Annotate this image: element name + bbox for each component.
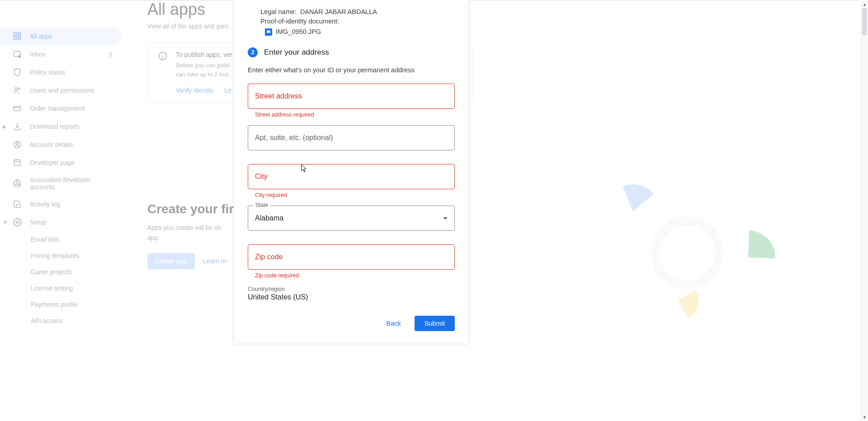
step-header: 2 Enter your address bbox=[248, 47, 455, 57]
scroll-down-arrow-icon[interactable]: ▼ bbox=[861, 414, 868, 421]
vertical-scrollbar[interactable]: ▲ ▼ bbox=[861, 1, 868, 421]
step-description: Enter either what's on your ID or your p… bbox=[248, 66, 455, 74]
city-input[interactable]: City bbox=[248, 164, 455, 189]
zip-group: Zip code Zip code required bbox=[248, 244, 455, 279]
country-label: Country/region bbox=[248, 286, 455, 292]
back-button[interactable]: Back bbox=[378, 316, 409, 331]
street-address-label: Street address bbox=[255, 92, 302, 100]
dropdown-caret-icon bbox=[443, 217, 448, 220]
state-group: State Alabama bbox=[248, 206, 455, 231]
state-value: Alabama bbox=[255, 214, 283, 222]
country-value: United States (US) bbox=[248, 293, 455, 301]
zip-error: Zip code required bbox=[248, 270, 455, 279]
scroll-thumb[interactable] bbox=[862, 8, 867, 35]
city-group: City City required bbox=[248, 164, 455, 198]
step-number-badge: 2 bbox=[248, 47, 258, 57]
address-modal: Legal name: DANAR JABAR ABDALLA Proof-of… bbox=[234, 0, 469, 343]
proof-file-row: IMG_0950.JPG bbox=[260, 26, 455, 37]
state-select[interactable]: State Alabama bbox=[248, 206, 455, 231]
state-label: State bbox=[253, 202, 270, 208]
street-address-group: Street address Street address required bbox=[248, 84, 455, 118]
zip-label: Zip code bbox=[255, 253, 283, 261]
identity-summary: Legal name: DANAR JABAR ABDALLA Proof-of… bbox=[248, 0, 455, 37]
proof-label: Proof-of-identity document: bbox=[260, 17, 455, 26]
modal-overlay: Legal name: DANAR JABAR ABDALLA Proof-of… bbox=[0, 0, 868, 421]
legal-name-label: Legal name: bbox=[260, 8, 297, 15]
street-address-error: Street address required bbox=[248, 109, 455, 118]
scroll-up-arrow-icon[interactable]: ▲ bbox=[861, 1, 868, 8]
legal-name-value: DANAR JABAR ABDALLA bbox=[300, 8, 377, 15]
submit-button[interactable]: Submit bbox=[415, 316, 455, 331]
legal-name-row: Legal name: DANAR JABAR ABDALLA bbox=[260, 7, 455, 17]
modal-actions: Back Submit bbox=[248, 316, 455, 331]
proof-file-name: IMG_0950.JPG bbox=[276, 27, 321, 37]
city-label: City bbox=[255, 173, 268, 181]
apt-input[interactable]: Apt, suite, etc. (optional) bbox=[248, 125, 455, 150]
image-file-icon bbox=[265, 28, 272, 36]
city-error: City required bbox=[248, 189, 455, 198]
apt-group: Apt, suite, etc. (optional) bbox=[248, 125, 455, 150]
apt-label: Apt, suite, etc. (optional) bbox=[255, 134, 333, 142]
street-address-input[interactable]: Street address bbox=[248, 84, 455, 109]
step-title: Enter your address bbox=[264, 48, 329, 57]
zip-input[interactable]: Zip code bbox=[248, 244, 455, 270]
country-group: Country/region United States (US) bbox=[248, 286, 455, 301]
